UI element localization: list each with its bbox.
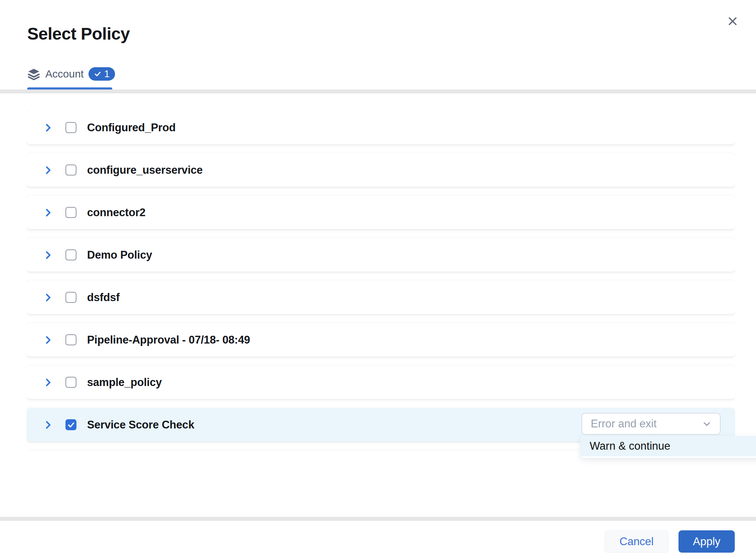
apply-button[interactable]: Apply — [678, 530, 735, 553]
policy-checkbox[interactable] — [65, 249, 76, 260]
checkbox-check-icon — [67, 421, 75, 429]
policy-label: connector2 — [87, 206, 145, 219]
policy-label: dsfdsf — [87, 291, 120, 304]
policy-row: dsfdsf — [27, 281, 735, 314]
footer-divider — [0, 517, 756, 521]
close-icon[interactable] — [723, 12, 742, 30]
policy-checkbox[interactable] — [65, 377, 76, 388]
check-icon — [94, 70, 101, 77]
policy-checkbox[interactable] — [65, 165, 76, 175]
select-value: Error and exit — [591, 417, 702, 430]
policy-checkbox[interactable] — [65, 122, 76, 133]
tab-account-label: Account — [45, 68, 84, 80]
policy-row: connector2 — [27, 196, 735, 229]
action-dropdown-menu: Warn & continue — [580, 436, 756, 458]
layers-icon — [27, 68, 40, 81]
policy-label: Pipeline-Approval - 07/18- 08:49 — [87, 334, 250, 346]
cancel-button[interactable]: Cancel — [605, 530, 669, 553]
policy-row: Demo Policy — [27, 238, 735, 272]
row-action-select[interactable]: Error and exit — [582, 413, 721, 435]
policy-row: sample_policy — [27, 365, 735, 399]
expand-chevron-icon[interactable] — [43, 377, 53, 388]
policy-checkbox[interactable] — [65, 292, 76, 303]
policy-row: Configured_Prod — [27, 111, 735, 144]
expand-chevron-icon[interactable] — [43, 165, 53, 175]
badge-count: 1 — [104, 69, 109, 80]
policy-label: Configured_Prod — [87, 121, 176, 134]
policy-list: Configured_Prod configure_userservice co… — [27, 111, 735, 460]
chevron-down-icon — [702, 419, 711, 428]
expand-chevron-icon[interactable] — [43, 122, 53, 133]
expand-chevron-icon[interactable] — [43, 207, 53, 218]
policy-checkbox[interactable] — [65, 334, 76, 345]
policy-label: Demo Policy — [87, 249, 152, 261]
policy-checkbox[interactable] — [65, 419, 76, 430]
policy-row: Pipeline-Approval - 07/18- 08:49 — [27, 323, 735, 357]
expand-chevron-icon[interactable] — [43, 335, 53, 345]
dropdown-option-warn-continue[interactable]: Warn & continue — [580, 436, 756, 456]
expand-chevron-icon[interactable] — [43, 292, 53, 303]
header-divider — [0, 90, 756, 93]
tab-account[interactable]: Account 1 — [27, 66, 115, 82]
policy-row: configure_userservice — [27, 153, 735, 187]
expand-chevron-icon[interactable] — [43, 420, 53, 430]
policy-label: sample_policy — [87, 376, 162, 389]
page-title: Select Policy — [27, 24, 130, 44]
close-x-glyph — [727, 16, 738, 27]
policy-label: Service Score Check — [87, 419, 194, 431]
expand-chevron-icon[interactable] — [43, 250, 53, 260]
policy-checkbox[interactable] — [65, 207, 76, 218]
policy-label: configure_userservice — [87, 164, 203, 177]
selected-count-badge: 1 — [88, 67, 115, 81]
